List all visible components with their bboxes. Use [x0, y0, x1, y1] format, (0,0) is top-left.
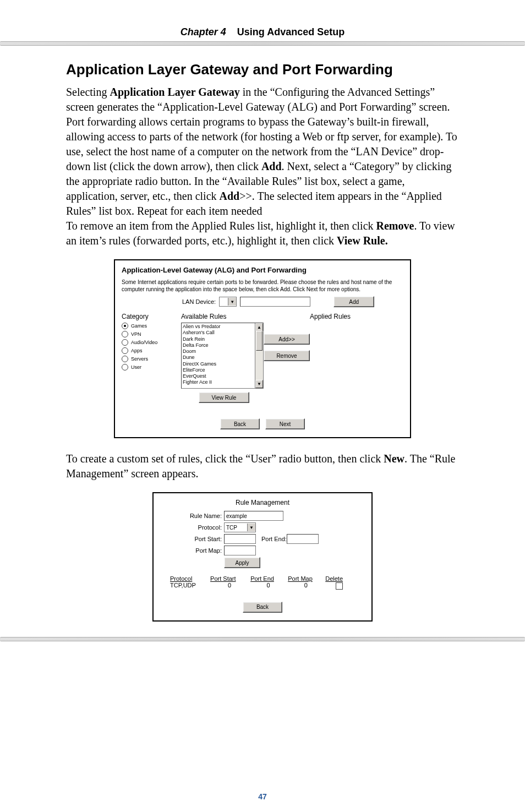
paragraph-2: To create a custom set of rules, click t… — [66, 451, 459, 481]
list-item[interactable]: Dune — [183, 355, 254, 361]
list-item[interactable]: Alien vs Predator — [183, 324, 254, 330]
view-rule-button[interactable]: View Rule — [199, 392, 249, 403]
footer-divider — [0, 637, 525, 641]
add-button[interactable]: Add — [333, 296, 374, 307]
list-item[interactable]: Dark Rein — [183, 336, 254, 342]
port-start-label: Port Start: — [161, 536, 224, 542]
alg-title: Application-Level Gateway (ALG) and Port… — [122, 266, 403, 274]
available-rules-listbox[interactable]: Alien vs Predator Asheron's Call Dark Re… — [181, 323, 264, 389]
chapter-header: Chapter 4 Using Advanced Setup — [66, 26, 459, 38]
radio-vpn[interactable]: VPN — [122, 331, 181, 337]
radio-icon — [122, 323, 128, 329]
apply-button[interactable]: Apply — [224, 557, 260, 568]
delete-checkbox[interactable] — [336, 582, 343, 590]
radio-audio-video[interactable]: Audio/Video — [122, 339, 181, 346]
radio-icon — [122, 331, 128, 337]
protocol-label: Protocol: — [161, 524, 224, 531]
screenshot-alg: Application-Level Gateway (ALG) and Port… — [114, 259, 411, 438]
rule-name-input[interactable]: example — [224, 511, 283, 521]
list-item[interactable]: EliteForce — [183, 367, 254, 373]
protocol-select[interactable]: TCP▼ — [224, 522, 256, 532]
radio-user[interactable]: User — [122, 364, 181, 370]
radio-games[interactable]: Games — [122, 323, 181, 329]
add-rule-button[interactable]: Add>> — [264, 334, 310, 345]
lan-device-select[interactable]: ▼ — [219, 297, 237, 307]
port-map-label: Port Map: — [161, 547, 224, 554]
back-button[interactable]: Back — [243, 602, 282, 613]
rule-table-header: Protocol Port Start Port End Port Map De… — [161, 575, 364, 582]
rule-management-title: Rule Management — [161, 499, 364, 506]
next-button[interactable]: Next — [265, 418, 305, 429]
section-title: Application Layer Gateway and Port Forwa… — [66, 61, 459, 78]
chapter-number: Chapter 4 — [181, 26, 226, 37]
lan-device-label: LAN Device: — [182, 298, 216, 305]
category-header: Category — [122, 313, 181, 320]
port-start-input[interactable] — [224, 534, 256, 544]
scroll-thumb[interactable] — [256, 331, 262, 351]
radio-icon — [122, 339, 128, 346]
port-end-input[interactable] — [287, 534, 319, 544]
remove-rule-button[interactable]: Remove — [264, 350, 310, 361]
applied-rules-header: Applied Rules — [310, 313, 403, 320]
chapter-title: Using Advanced Setup — [237, 26, 344, 37]
radio-apps[interactable]: Apps — [122, 347, 181, 354]
radio-icon — [122, 347, 128, 354]
scrollbar[interactable]: ▲ ▼ — [255, 323, 263, 388]
rule-name-label: Rule Name: — [161, 513, 224, 519]
header-divider — [0, 41, 525, 46]
screenshot-rule-management: Rule Management Rule Name: example Proto… — [152, 492, 373, 622]
available-rules-header: Available Rules — [181, 313, 264, 320]
alg-intro: Some Internet applications require certa… — [122, 279, 403, 293]
list-item[interactable]: Delta Force — [183, 342, 254, 348]
list-item[interactable]: DirectX Games — [183, 361, 254, 367]
chevron-down-icon: ▼ — [228, 298, 236, 306]
radio-servers[interactable]: Servers — [122, 356, 181, 362]
lan-device-field[interactable] — [240, 297, 310, 307]
radio-icon — [122, 364, 128, 370]
list-item[interactable]: Asheron's Call — [183, 330, 254, 336]
list-item[interactable]: Fighter Ace II — [183, 379, 254, 385]
paragraph-1: Selecting Application Layer Gateway in t… — [66, 85, 459, 248]
list-item[interactable]: Doom — [183, 348, 254, 355]
page-number: 47 — [0, 792, 525, 801]
back-button[interactable]: Back — [220, 418, 260, 429]
port-end-label: Port End: — [261, 536, 287, 542]
scroll-down-icon[interactable]: ▼ — [255, 380, 263, 388]
chevron-down-icon: ▼ — [247, 524, 255, 531]
scroll-up-icon[interactable]: ▲ — [255, 323, 263, 331]
rule-table-row: TCP,UDP 0 0 0 — [161, 582, 364, 590]
port-map-input[interactable] — [224, 546, 256, 555]
list-item[interactable]: EverQuest — [183, 373, 254, 379]
radio-icon — [122, 356, 128, 362]
